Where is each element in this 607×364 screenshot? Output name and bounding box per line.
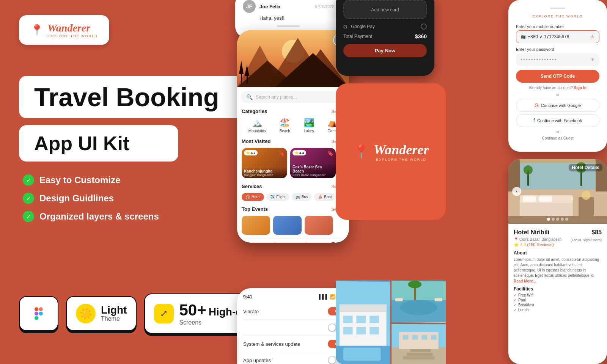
send-otp-button[interactable]: Send OTP Code: [516, 70, 599, 83]
mv-rating: ⭐ 4.4: [292, 150, 306, 155]
phone-field-label: Enter your mobile number: [516, 24, 599, 29]
hotel-name: Hotel Niribili: [514, 229, 549, 236]
feature-item: ✓ Design Guidlines: [23, 193, 159, 204]
dot: [565, 218, 568, 221]
dot: [556, 218, 559, 221]
password-input[interactable]: •••••••••••••• 👁: [516, 53, 599, 66]
payment-radio[interactable]: [421, 24, 427, 30]
svg-rect-54: [410, 349, 431, 352]
nav-chat[interactable]: 💬 Chat: [329, 242, 337, 243]
sign-in-link[interactable]: Sign In: [574, 86, 587, 90]
categories-title: Categories: [242, 108, 267, 114]
svg-rect-21: [539, 196, 552, 202]
check-icon: ✓: [23, 211, 34, 222]
top-events-title: Top Events: [242, 206, 268, 212]
search-bar[interactable]: 🔍 Search any places...: [241, 91, 345, 103]
system-update-setting: System & services update: [243, 336, 343, 352]
svg-rect-25: [508, 159, 520, 191]
signal-icon: ▌▌▌: [319, 294, 329, 300]
svg-rect-2: [35, 312, 38, 315]
payment-total-amount: $360: [415, 33, 427, 39]
logo-pin-icon: 📍: [30, 24, 44, 36]
svg-rect-3: [35, 316, 38, 320]
add-card-area[interactable]: Add new card: [343, 0, 427, 19]
payment-methods-row: G Google Pay: [343, 24, 427, 30]
status-bar: 9:41 ▌▌▌ 📶 🔋: [243, 294, 343, 300]
mv-card-1[interactable]: ⭐ 4.7 🔖 Kanchenjungha Rangpur, Banglades…: [242, 148, 287, 178]
event-card-2[interactable]: [273, 216, 302, 235]
property-images: [336, 281, 446, 364]
facility-lunch: ✓ Lunch: [514, 308, 602, 312]
figma-badge: [19, 296, 58, 331]
payment-phone-card: Add new card G Google Pay Total Payment …: [336, 0, 434, 76]
chat-icon: 💬: [329, 242, 337, 243]
read-more-link[interactable]: Read More...: [514, 279, 602, 283]
google-login-button[interactable]: G Continue with Google: [516, 99, 599, 112]
payment-total-label: Total Payment: [343, 34, 372, 39]
chevron-left-icon[interactable]: ‹: [512, 187, 521, 196]
system-label: System & services update: [243, 341, 300, 347]
mv-rating: ⭐ 4.7: [244, 150, 258, 155]
hotel-details-card: ‹ Hotel Details Hotel Niribili $85 📍 Cox…: [508, 159, 607, 364]
nav-home[interactable]: 🏠 Home: [249, 242, 258, 243]
chat-message: Haha, yes!!: [259, 15, 334, 21]
light-theme-title: Light: [101, 305, 127, 315]
home-icon: 🏠: [249, 242, 258, 243]
service-bus[interactable]: 🚌 Bus: [292, 193, 312, 201]
facebook-icon: f: [533, 118, 535, 124]
svg-rect-56: [399, 332, 438, 349]
svg-rect-38: [343, 327, 353, 334]
image-dots: [547, 218, 568, 221]
facebook-login-button[interactable]: f Continue with Facebook: [516, 114, 599, 127]
pay-now-button[interactable]: Pay Now: [343, 44, 427, 57]
category-lakes[interactable]: 🏞️ Lakes: [304, 118, 314, 133]
logo-name: Wanderer: [47, 22, 98, 34]
nav-saved[interactable]: 🔖 Saved: [273, 242, 283, 243]
expand-icon: ⤢: [154, 304, 174, 323]
gpay-icon: G: [343, 24, 347, 30]
eye-icon: 👁: [590, 57, 595, 62]
guest-link[interactable]: Continue as Guest: [516, 136, 599, 140]
top-events-row: [237, 213, 349, 237]
bookmark-icon: 🔖: [278, 150, 285, 156]
phone-home-bar: [277, 25, 300, 27]
svg-point-45: [399, 300, 437, 315]
logo-tagline: EXPLORE THE WORLD: [47, 34, 98, 38]
service-hotel[interactable]: 🏨 Hotel: [242, 193, 264, 201]
svg-rect-20: [523, 196, 536, 202]
google-icon: G: [535, 102, 539, 108]
categories-section-header: Categories See All: [237, 107, 349, 116]
nav-notification[interactable]: 🔔 Notification: [297, 242, 314, 243]
password-dots: ••••••••••••••: [521, 56, 588, 63]
event-card-3[interactable]: [305, 216, 333, 235]
hotel-image: ‹ Hotel Details: [508, 159, 607, 224]
hotel-rating: ⭐ 4.4 (150 Reviews): [514, 242, 602, 247]
mv-card-2[interactable]: ⭐ 4.4 🔖 Cox's Bazar Sea Beach Cox's Baza…: [290, 148, 336, 178]
vibrate-label: Vibrate: [243, 309, 259, 314]
svg-rect-46: [395, 298, 403, 301]
phone-input[interactable]: 🇧🇩 +880 ∨ 1712345678 ⚠: [516, 30, 599, 43]
feature-item: ✓ Easy to Customize: [23, 174, 159, 186]
or-divider-2: or: [516, 129, 599, 134]
service-flight[interactable]: ✈️ Flight: [266, 193, 289, 201]
top-events-section-header: Top Events See All: [237, 205, 349, 213]
phone-error-icon: ⚠: [590, 34, 594, 39]
svg-rect-60: [431, 335, 436, 340]
feature-text: Organized layers & screens: [39, 211, 159, 222]
event-card-1[interactable]: [242, 216, 270, 235]
svg-rect-39: [356, 327, 366, 334]
category-mountains[interactable]: 🏔️ Mountains: [248, 118, 266, 133]
brand-card: 📍 Wanderer EXPLORE THE WORLD: [336, 83, 446, 220]
service-boat[interactable]: ⛵ Boat: [314, 193, 336, 201]
cat-label: Lakes: [304, 129, 314, 133]
chat-date: 07/10/2022: [315, 5, 334, 9]
category-beach[interactable]: 🏖️ Beach: [280, 118, 290, 133]
toggle-dot-4: [329, 357, 335, 364]
dot: [552, 218, 555, 221]
property-image-2: [392, 281, 446, 323]
lakes-icon: 🏞️: [304, 118, 314, 128]
svg-rect-1: [39, 307, 43, 311]
headline-line1: Travel Booking: [34, 84, 228, 110]
svg-rect-58: [412, 335, 418, 340]
mv-place-name: Cox's Bazar Sea Beach: [292, 165, 333, 173]
